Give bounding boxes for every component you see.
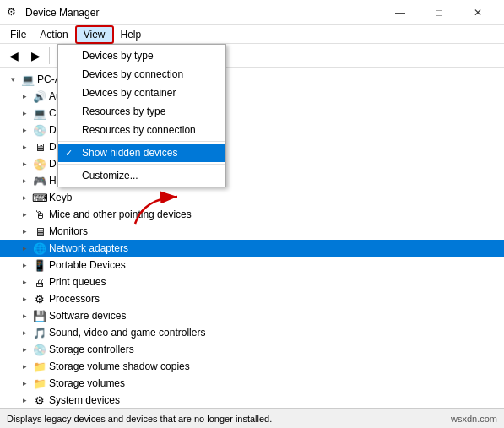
dropdown-separator-2 bbox=[58, 164, 225, 165]
tree-icon-system: ⚙ bbox=[33, 393, 46, 407]
menu-action[interactable]: Action bbox=[33, 25, 74, 44]
tree-item-portable[interactable]: ▸ 📱 Portable Devices bbox=[0, 257, 504, 274]
tree-label-storage-vol: Storage volumes bbox=[49, 377, 125, 389]
tree-icon-computer: 💻 bbox=[33, 106, 46, 120]
tree-label-software: Software devices bbox=[49, 310, 126, 322]
tree-icon-disk: 💿 bbox=[33, 123, 46, 137]
menu-file[interactable]: File bbox=[3, 25, 33, 44]
minimize-button[interactable]: — bbox=[381, 0, 420, 25]
tree-icon-dvd: 📀 bbox=[33, 157, 46, 171]
status-text: Displays legacy devices and devices that… bbox=[7, 414, 272, 424]
tree-label-system: System devices bbox=[49, 394, 120, 406]
expand-icon-storage-ctrl: ▸ bbox=[19, 344, 30, 355]
expand-icon-computer: ▸ bbox=[19, 107, 30, 119]
tree-icon-print: 🖨 bbox=[33, 275, 46, 289]
toolbar-back[interactable]: ◀ bbox=[3, 46, 24, 66]
tree-icon-display: 🖥 bbox=[33, 140, 46, 154]
maximize-button[interactable]: □ bbox=[420, 0, 458, 25]
expand-icon-dvd: ▸ bbox=[19, 158, 30, 170]
tree-icon-keyboard: ⌨ bbox=[33, 191, 46, 204]
view-devices-by-type[interactable]: Devices by type bbox=[58, 46, 225, 65]
tree-item-monitors[interactable]: ▸ 🖥 Monitors bbox=[0, 223, 504, 240]
expand-icon-root: ▾ bbox=[7, 73, 19, 85]
menu-bar: File Action View Help bbox=[0, 25, 504, 44]
tree-item-storage-vol[interactable]: ▸ 📁 Storage volumes bbox=[0, 375, 504, 392]
view-resources-by-type[interactable]: Resources by type bbox=[58, 102, 225, 121]
expand-icon-print: ▸ bbox=[19, 276, 30, 288]
tree-icon-network: 🌐 bbox=[33, 241, 46, 255]
dropdown-separator-1 bbox=[58, 141, 225, 142]
close-button[interactable]: ✕ bbox=[458, 0, 497, 25]
tree-icon-root: 💻 bbox=[21, 73, 35, 86]
tree-label-monitors: Monitors bbox=[49, 225, 88, 237]
tree-item-network[interactable]: ▸ 🌐 Network adapters bbox=[0, 240, 504, 257]
tree-icon-software: 💾 bbox=[33, 309, 46, 322]
brand-label: wsxdn.com bbox=[451, 414, 497, 424]
window-controls: — □ ✕ bbox=[381, 0, 497, 25]
tree-label-portable: Portable Devices bbox=[49, 259, 126, 271]
expand-icon-system: ▸ bbox=[19, 394, 30, 406]
tree-icon-audio: 🔊 bbox=[33, 89, 46, 103]
tree-item-storage-vol-shadow[interactable]: ▸ 📁 Storage volume shadow copies bbox=[0, 358, 504, 375]
title-bar: ⚙ Device Manager — □ ✕ bbox=[0, 0, 504, 25]
expand-icon-storage-vol: ▸ bbox=[19, 377, 30, 389]
status-bar: Displays legacy devices and devices that… bbox=[0, 408, 504, 428]
tree-item-mice[interactable]: ▸ 🖱 Mice and other pointing devices bbox=[0, 206, 504, 223]
view-show-hidden[interactable]: Show hidden devices bbox=[58, 144, 225, 162]
expand-icon-sound: ▸ bbox=[19, 327, 30, 339]
menu-area: File Action View Help Devices by type De… bbox=[0, 25, 504, 44]
tree-icon-monitors: 🖥 bbox=[33, 225, 46, 238]
tree-icon-mice: 🖱 bbox=[33, 208, 46, 221]
toolbar-forward[interactable]: ▶ bbox=[25, 46, 46, 66]
tree-item-system[interactable]: ▸ ⚙ System devices bbox=[0, 392, 504, 408]
app-icon: ⚙ bbox=[7, 6, 20, 19]
tree-label-mice: Mice and other pointing devices bbox=[49, 209, 192, 220]
tree-icon-storage-vol-shadow: 📁 bbox=[33, 360, 46, 373]
expand-icon-network: ▸ bbox=[19, 242, 30, 254]
expand-icon-processors: ▸ bbox=[19, 293, 30, 305]
menu-view[interactable]: View bbox=[75, 25, 114, 44]
tree-label-storage-ctrl: Storage controllers bbox=[49, 344, 134, 355]
expand-icon-software: ▸ bbox=[19, 310, 30, 322]
expand-icon-storage-vol-shadow: ▸ bbox=[19, 360, 30, 372]
tree-label-processors: Processors bbox=[49, 293, 100, 305]
view-devices-by-container[interactable]: Devices by container bbox=[58, 84, 225, 102]
tree-item-storage-ctrl[interactable]: ▸ 💿 Storage controllers bbox=[0, 341, 504, 358]
view-devices-by-connection[interactable]: Devices by connection bbox=[58, 65, 225, 84]
tree-label-keyboard: Keyb bbox=[49, 192, 72, 203]
tree-item-software[interactable]: ▸ 💾 Software devices bbox=[0, 307, 504, 324]
view-customize[interactable]: Customize... bbox=[58, 166, 225, 185]
tree-icon-human: 🎮 bbox=[33, 174, 46, 187]
tree-label-print: Print queues bbox=[49, 276, 106, 288]
tree-icon-storage-ctrl: 💿 bbox=[33, 343, 46, 356]
expand-icon-portable: ▸ bbox=[19, 259, 30, 271]
expand-icon-human: ▸ bbox=[19, 175, 30, 187]
tree-label-sound: Sound, video and game controllers bbox=[49, 327, 205, 339]
view-dropdown-menu: Devices by type Devices by connection De… bbox=[57, 44, 226, 187]
menu-help[interactable]: Help bbox=[114, 25, 149, 44]
expand-icon-mice: ▸ bbox=[19, 209, 30, 220]
tree-item-sound[interactable]: ▸ 🎵 Sound, video and game controllers bbox=[0, 324, 504, 341]
tree-item-keyboard[interactable]: ▸ ⌨ Keyb bbox=[0, 189, 504, 206]
window-title: Device Manager bbox=[25, 7, 99, 19]
toolbar-separator-1 bbox=[49, 47, 50, 64]
tree-label-network: Network adapters bbox=[49, 242, 128, 254]
tree-icon-sound: 🎵 bbox=[33, 326, 46, 339]
expand-icon-keyboard: ▸ bbox=[19, 192, 30, 203]
tree-icon-storage-vol: 📁 bbox=[33, 377, 46, 390]
expand-icon-monitors: ▸ bbox=[19, 225, 30, 237]
expand-icon-disk: ▸ bbox=[19, 124, 30, 136]
tree-item-print[interactable]: ▸ 🖨 Print queues bbox=[0, 274, 504, 290]
tree-icon-portable: 📱 bbox=[33, 258, 46, 272]
tree-label-storage-vol-shadow: Storage volume shadow copies bbox=[49, 360, 190, 372]
expand-icon-display: ▸ bbox=[19, 141, 30, 153]
view-resources-by-connection[interactable]: Resources by connection bbox=[58, 121, 225, 139]
tree-item-processors[interactable]: ▸ ⚙ Processors bbox=[0, 290, 504, 307]
title-bar-left: ⚙ Device Manager bbox=[7, 6, 99, 19]
tree-icon-processors: ⚙ bbox=[33, 292, 46, 306]
expand-icon-audio: ▸ bbox=[19, 90, 30, 102]
